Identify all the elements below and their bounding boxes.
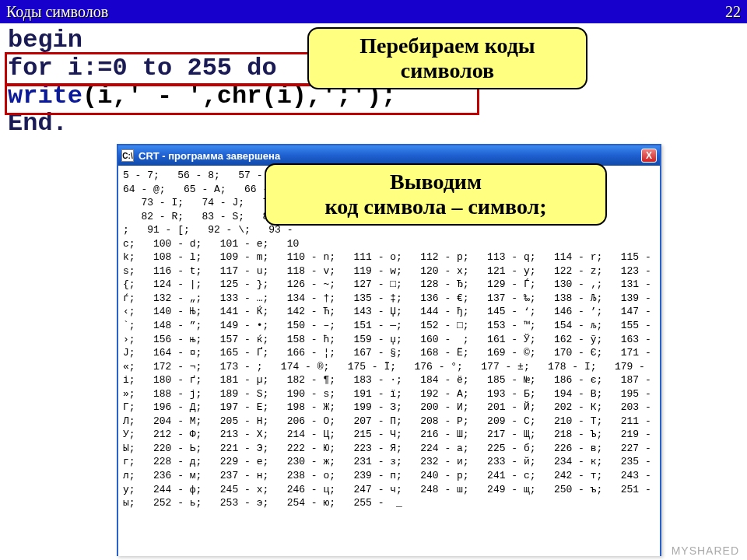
callout-1-line-2: символов	[401, 58, 494, 82]
slide-body: begin for i:=0 to 255 do write(i,' - ',c…	[0, 23, 747, 560]
callout-1-line-1: Перебираем коды	[359, 33, 535, 58]
window-app-icon: C:\	[121, 149, 134, 162]
callout-iterate-codes: Перебираем коды символов	[307, 27, 587, 89]
watermark-text: MYSHARED	[672, 544, 739, 557]
slide-title: Коды символов	[6, 3, 108, 21]
code-line-1: begin	[8, 26, 82, 54]
callout-2-line-1: Выводим	[390, 170, 482, 194]
highlight-box-for-loop	[5, 52, 311, 86]
callout-2-line-2: код символа – символ;	[324, 194, 546, 219]
window-title-text: CRT - программа завершена	[139, 150, 641, 162]
slide-page-number: 22	[725, 3, 741, 21]
slide-header: Коды символов 22	[0, 0, 747, 23]
window-close-button[interactable]: X	[641, 149, 657, 163]
callout-print-symbol: Выводим код символа – символ;	[265, 163, 607, 226]
